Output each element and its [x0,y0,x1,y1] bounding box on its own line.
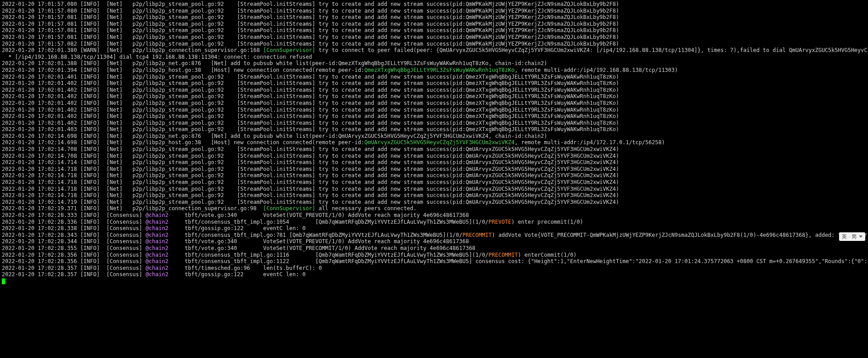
log-line: 2022-01-20 17:02:28.356 [INFO] [Consensu… [2,252,866,259]
ime-indicator[interactable]: 英 · 简 [839,232,865,241]
log-line: 2022-01-20 17:01:57.082 [INFO] [Net] p2p… [2,41,866,47]
log-line: 2022-01-20 17:02:28.338 [INFO] [Consensu… [2,225,866,232]
ime-sub: 简 [852,233,857,240]
log-line: 2022-01-20 17:02:14.718 [INFO] [Net] p2p… [2,166,866,173]
log-line: 2022-01-20 17:02:01.402 [INFO] [Net] p2p… [2,87,866,94]
ime-lang: 英 [842,233,847,240]
log-line: 2022-01-20 17:02:01.402 [INFO] [Net] p2p… [2,107,866,113]
terminal-output[interactable]: 2022-01-20 17:01:57.080 [INFO] [Net] p2p… [0,0,868,286]
log-line: 2022-01-20 17:02:14.708 [INFO] [Net] p2p… [2,146,866,153]
log-line: 2022-01-20 17:02:01.388 [INFO] [Net] p2p… [2,60,866,67]
log-line: 2022-01-20 17:02:19.371 [INFO] [Net] p2p… [2,205,866,212]
log-line: 2022-01-20 17:02:28.343 [INFO] [Consensu… [2,232,866,239]
log-line: 2022-01-20 17:02:01.402 [INFO] [Net] p2p… [2,80,866,87]
log-line: 2022-01-20 17:02:14.718 [INFO] [Net] p2p… [2,179,866,186]
terminal-cursor [2,278,5,284]
log-line: 2022-01-20 17:02:28.344 [INFO] [Consensu… [2,238,866,245]
log-line: 2022-01-20 17:02:14.719 [INFO] [Net] p2p… [2,199,866,206]
log-line: 2022-01-20 17:02:01.402 [INFO] [Net] p2p… [2,93,866,100]
log-line: 2022-01-20 17:02:01.403 [INFO] [Net] p2p… [2,126,866,133]
log-line: 2022-01-20 17:02:01.401 [INFO] [Net] p2p… [2,74,866,80]
log-line: 2022-01-20 17:02:01.380 [WARN] [Net] p2p… [2,47,866,54]
log-line: 2022-01-20 17:01:57.081 [INFO] [Net] p2p… [2,21,866,28]
chevron-down-icon [859,236,863,238]
log-line: 2022-01-20 17:01:57.080 [INFO] [Net] p2p… [2,1,866,8]
log-line: 2022-01-20 17:02:28.357 [INFO] [Consensu… [2,265,866,272]
log-line: 2022-01-20 17:01:57.081 [INFO] [Net] p2p… [2,14,866,21]
log-line: 2022-01-20 17:02:14.718 [INFO] [Net] p2p… [2,192,866,199]
log-line: 2022-01-20 17:02:14.718 [INFO] [Net] p2p… [2,172,866,179]
log-line: 2022-01-20 17:02:14.714 [INFO] [Net] p2p… [2,159,866,166]
log-line: 2022-01-20 17:02:28.333 [INFO] [Consensu… [2,212,866,219]
log-line: 2022-01-20 17:01:57.081 [INFO] [Net] p2p… [2,34,866,41]
log-line: 2022-01-20 17:02:28.355 [INFO] [Consensu… [2,245,866,252]
log-line: 2022-01-20 17:02:01.402 [INFO] [Net] p2p… [2,120,866,127]
log-line: 2022-01-20 17:01:57.081 [INFO] [Net] p2p… [2,27,866,34]
log-line: * [/ip4/192.168.88.138/tcp/11304] dial t… [2,54,866,61]
log-line: 2022-01-20 17:02:28.336 [INFO] [Consensu… [2,219,866,226]
log-line: 2022-01-20 17:02:01.394 [INFO] [Net] p2p… [2,67,866,74]
log-line: 2022-01-20 17:02:14.698 [INFO] [Net] p2p… [2,133,866,140]
log-line: 2022-01-20 17:02:28.356 [INFO] [Consensu… [2,258,866,265]
log-line: 2022-01-20 17:02:14.698 [INFO] [Net] p2p… [2,139,866,146]
log-line: 2022-01-20 17:02:14.708 [INFO] [Net] p2p… [2,153,866,160]
log-line: 2022-01-20 17:01:57.080 [INFO] [Net] p2p… [2,8,866,14]
log-line: 2022-01-20 17:02:01.402 [INFO] [Net] p2p… [2,113,866,120]
log-line: 2022-01-20 17:02:28.357 [INFO] [Consensu… [2,271,866,278]
log-line: 2022-01-20 17:02:14.718 [INFO] [Net] p2p… [2,186,866,193]
log-line: 2022-01-20 17:02:01.402 [INFO] [Net] p2p… [2,100,866,107]
ime-sep: · [849,234,850,240]
terminal-cursor-line [2,278,866,285]
